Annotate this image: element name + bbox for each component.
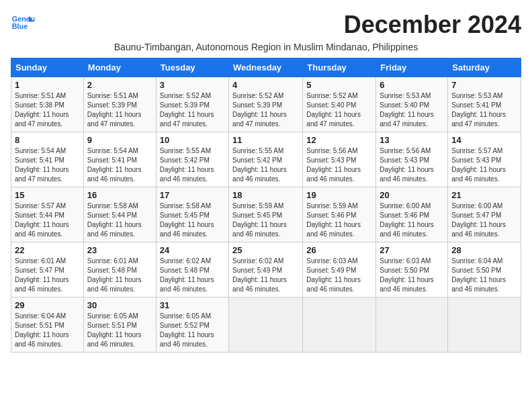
day-info: Sunrise: 5:55 AMSunset: 5:42 PMDaylight:… — [232, 146, 299, 184]
day-number: 4 — [232, 80, 299, 90]
day-info: Sunrise: 6:05 AMSunset: 5:52 PMDaylight:… — [160, 312, 225, 349]
col-header-tuesday: Tuesday — [156, 58, 228, 77]
day-number: 13 — [380, 135, 444, 145]
day-info: Sunrise: 5:55 AMSunset: 5:42 PMDaylight:… — [160, 146, 225, 184]
day-number: 19 — [306, 190, 372, 200]
col-header-sunday: Sunday — [11, 58, 84, 77]
calendar-header-row: SundayMondayTuesdayWednesdayThursdayFrid… — [11, 58, 521, 77]
day-info: Sunrise: 5:52 AMSunset: 5:39 PMDaylight:… — [160, 91, 225, 129]
day-cell: 22Sunrise: 6:01 AMSunset: 5:47 PMDayligh… — [11, 242, 84, 298]
day-info: Sunrise: 5:53 AMSunset: 5:41 PMDaylight:… — [451, 91, 517, 129]
week-row-1: 1Sunrise: 5:51 AMSunset: 5:38 PMDaylight… — [11, 77, 521, 132]
day-info: Sunrise: 6:00 AMSunset: 5:47 PMDaylight:… — [451, 201, 517, 239]
day-cell: 29Sunrise: 6:04 AMSunset: 5:51 PMDayligh… — [11, 298, 84, 353]
day-number: 26 — [306, 245, 372, 255]
day-cell: 19Sunrise: 5:59 AMSunset: 5:46 PMDayligh… — [303, 187, 376, 242]
day-cell — [376, 298, 448, 353]
day-number: 14 — [451, 135, 517, 145]
day-cell: 5Sunrise: 5:52 AMSunset: 5:40 PMDaylight… — [303, 77, 376, 132]
day-info: Sunrise: 6:03 AMSunset: 5:49 PMDaylight:… — [306, 257, 372, 294]
col-header-thursday: Thursday — [303, 58, 376, 77]
day-cell: 1Sunrise: 5:51 AMSunset: 5:38 PMDaylight… — [11, 77, 84, 132]
day-info: Sunrise: 5:56 AMSunset: 5:43 PMDaylight:… — [380, 146, 444, 184]
day-number: 12 — [306, 135, 372, 145]
day-number: 29 — [15, 300, 80, 310]
week-row-2: 8Sunrise: 5:54 AMSunset: 5:41 PMDaylight… — [11, 132, 521, 187]
calendar-table: SundayMondayTuesdayWednesdayThursdayFrid… — [11, 58, 521, 353]
col-header-saturday: Saturday — [448, 58, 521, 77]
day-cell: 12Sunrise: 5:56 AMSunset: 5:43 PMDayligh… — [303, 132, 376, 187]
day-number: 17 — [160, 190, 225, 200]
day-number: 23 — [87, 245, 152, 255]
day-cell: 25Sunrise: 6:02 AMSunset: 5:49 PMDayligh… — [229, 242, 303, 298]
day-cell: 6Sunrise: 5:53 AMSunset: 5:40 PMDaylight… — [376, 77, 448, 132]
week-row-4: 22Sunrise: 6:01 AMSunset: 5:47 PMDayligh… — [11, 242, 521, 298]
col-header-monday: Monday — [83, 58, 156, 77]
day-cell — [303, 298, 376, 353]
day-number: 6 — [380, 80, 444, 90]
day-cell: 23Sunrise: 6:01 AMSunset: 5:48 PMDayligh… — [83, 242, 156, 298]
logo: General Blue — [11, 11, 35, 35]
day-number: 30 — [87, 300, 152, 310]
day-number: 15 — [15, 190, 80, 200]
col-header-friday: Friday — [376, 58, 448, 77]
day-info: Sunrise: 5:54 AMSunset: 5:41 PMDaylight:… — [87, 146, 152, 184]
location-title: Baunu-Timbangan, Autonomous Region in Mu… — [11, 42, 521, 52]
day-cell: 27Sunrise: 6:03 AMSunset: 5:50 PMDayligh… — [376, 242, 448, 298]
day-cell: 13Sunrise: 5:56 AMSunset: 5:43 PMDayligh… — [376, 132, 448, 187]
day-info: Sunrise: 5:52 AMSunset: 5:40 PMDaylight:… — [306, 91, 372, 129]
day-info: Sunrise: 5:57 AMSunset: 5:44 PMDaylight:… — [15, 201, 80, 239]
day-cell — [448, 298, 521, 353]
day-number: 24 — [160, 245, 225, 255]
day-cell: 9Sunrise: 5:54 AMSunset: 5:41 PMDaylight… — [83, 132, 156, 187]
day-number: 8 — [15, 135, 80, 145]
day-number: 2 — [87, 80, 152, 90]
logo-icon: General Blue — [11, 11, 35, 35]
day-cell: 16Sunrise: 5:58 AMSunset: 5:44 PMDayligh… — [83, 187, 156, 242]
day-number: 3 — [160, 80, 225, 90]
day-info: Sunrise: 5:56 AMSunset: 5:43 PMDaylight:… — [306, 146, 372, 184]
day-info: Sunrise: 5:58 AMSunset: 5:45 PMDaylight:… — [160, 201, 225, 239]
day-cell: 11Sunrise: 5:55 AMSunset: 5:42 PMDayligh… — [229, 132, 303, 187]
day-number: 21 — [451, 190, 517, 200]
day-info: Sunrise: 6:05 AMSunset: 5:51 PMDaylight:… — [87, 312, 152, 349]
day-info: Sunrise: 6:00 AMSunset: 5:46 PMDaylight:… — [380, 201, 444, 239]
day-number: 5 — [306, 80, 372, 90]
day-number: 31 — [160, 300, 225, 310]
day-cell: 14Sunrise: 5:57 AMSunset: 5:43 PMDayligh… — [448, 132, 521, 187]
day-info: Sunrise: 6:02 AMSunset: 5:49 PMDaylight:… — [232, 257, 299, 294]
day-number: 7 — [451, 80, 517, 90]
day-cell: 2Sunrise: 5:51 AMSunset: 5:39 PMDaylight… — [83, 77, 156, 132]
day-cell: 21Sunrise: 6:00 AMSunset: 5:47 PMDayligh… — [448, 187, 521, 242]
day-number: 9 — [87, 135, 152, 145]
day-number: 27 — [380, 245, 444, 255]
week-row-5: 29Sunrise: 6:04 AMSunset: 5:51 PMDayligh… — [11, 298, 521, 353]
day-cell: 20Sunrise: 6:00 AMSunset: 5:46 PMDayligh… — [376, 187, 448, 242]
day-info: Sunrise: 6:02 AMSunset: 5:48 PMDaylight:… — [160, 257, 225, 294]
day-number: 22 — [15, 245, 80, 255]
day-info: Sunrise: 5:51 AMSunset: 5:38 PMDaylight:… — [15, 91, 80, 129]
day-cell: 31Sunrise: 6:05 AMSunset: 5:52 PMDayligh… — [156, 298, 228, 353]
day-cell: 26Sunrise: 6:03 AMSunset: 5:49 PMDayligh… — [303, 242, 376, 298]
day-number: 20 — [380, 190, 444, 200]
day-info: Sunrise: 5:54 AMSunset: 5:41 PMDaylight:… — [15, 146, 80, 184]
day-number: 11 — [232, 135, 299, 145]
day-cell: 15Sunrise: 5:57 AMSunset: 5:44 PMDayligh… — [11, 187, 84, 242]
day-cell: 17Sunrise: 5:58 AMSunset: 5:45 PMDayligh… — [156, 187, 228, 242]
day-number: 28 — [451, 245, 517, 255]
day-info: Sunrise: 5:52 AMSunset: 5:39 PMDaylight:… — [232, 91, 299, 129]
week-row-3: 15Sunrise: 5:57 AMSunset: 5:44 PMDayligh… — [11, 187, 521, 242]
day-info: Sunrise: 6:04 AMSunset: 5:51 PMDaylight:… — [15, 312, 80, 349]
day-cell: 7Sunrise: 5:53 AMSunset: 5:41 PMDaylight… — [448, 77, 521, 132]
day-cell: 4Sunrise: 5:52 AMSunset: 5:39 PMDaylight… — [229, 77, 303, 132]
day-number: 1 — [15, 80, 80, 90]
day-info: Sunrise: 5:58 AMSunset: 5:44 PMDaylight:… — [87, 201, 152, 239]
day-number: 10 — [160, 135, 225, 145]
day-info: Sunrise: 6:01 AMSunset: 5:47 PMDaylight:… — [15, 257, 80, 294]
col-header-wednesday: Wednesday — [229, 58, 303, 77]
day-cell: 28Sunrise: 6:04 AMSunset: 5:50 PMDayligh… — [448, 242, 521, 298]
day-info: Sunrise: 6:01 AMSunset: 5:48 PMDaylight:… — [87, 257, 152, 294]
day-number: 18 — [232, 190, 299, 200]
day-cell: 3Sunrise: 5:52 AMSunset: 5:39 PMDaylight… — [156, 77, 228, 132]
svg-text:Blue: Blue — [12, 22, 28, 30]
